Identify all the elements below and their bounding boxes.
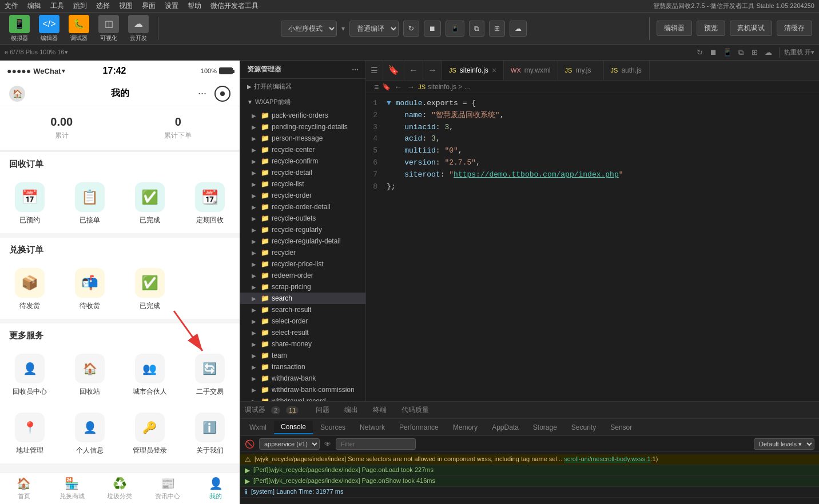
tab-siteinfo-close[interactable]: × xyxy=(492,66,496,75)
icon-secondhand[interactable]: 🔄 二手交易 xyxy=(180,346,240,405)
tree-item-rdetail[interactable]: ▶ 📁 recycle-detail xyxy=(240,167,365,178)
menu-item-view[interactable]: 视图 xyxy=(119,1,133,11)
edit-btn[interactable]: 编辑器 xyxy=(657,21,692,36)
devtools-storage-tab[interactable]: Storage xyxy=(526,421,564,434)
preview-btn[interactable]: 预览 xyxy=(697,21,725,36)
tab-mine[interactable]: 👤 我的 xyxy=(192,473,240,504)
menu-item-settings[interactable]: 设置 xyxy=(165,1,178,11)
wxapp-section[interactable]: ▼ WXAPP前端 xyxy=(240,94,365,110)
log-link-1[interactable]: scroll-uni/mescroll-body.wxss:1 xyxy=(564,455,650,462)
phone-scrollable-content[interactable]: 0.00 累计 0 累计下单 回收订单 📅 已预约 xyxy=(0,106,240,472)
log-level-select[interactable]: Default levels ▾ xyxy=(754,438,814,450)
tree-item-rorder[interactable]: ▶ 📁 recycle-order xyxy=(240,190,365,201)
breadcrumb-forward-icon[interactable]: → xyxy=(405,82,416,91)
code-editor[interactable]: 1 ▼ module.exports = { 2 name: "智慧废品回收系统… xyxy=(366,93,819,401)
device-sub-icon[interactable]: 📱 xyxy=(722,47,733,58)
tree-item-rregularly[interactable]: ▶ 📁 recycle-regularly xyxy=(240,224,365,235)
grid-sub-icon[interactable]: ⊞ xyxy=(749,47,761,58)
hotreload-label[interactable]: 热重载 开▾ xyxy=(784,48,814,57)
tree-item-withdraw-bank[interactable]: ▶ 📁 withdraw-bank xyxy=(240,373,365,384)
devtools-console-tab[interactable]: Console xyxy=(274,421,313,434)
menu-item-select[interactable]: 选择 xyxy=(96,1,110,11)
tree-item-rcenter[interactable]: ▶ 📁 recycle-center xyxy=(240,144,365,155)
tree-item-routlets[interactable]: ▶ 📁 recycle-outlets xyxy=(240,213,365,224)
devtools-network-tab[interactable]: Network xyxy=(353,421,392,434)
devtools-tab-problem[interactable]: 问题 xyxy=(309,403,336,417)
clearcache-btn[interactable]: 清缓存 xyxy=(777,21,812,36)
devtools-sources-tab[interactable]: Sources xyxy=(313,421,352,434)
icon-booked[interactable]: 📅 已预约 xyxy=(0,174,60,233)
menu-item-edit[interactable]: 编辑 xyxy=(27,1,41,11)
mode-select[interactable]: 小程序模式 xyxy=(281,21,337,37)
back-btn[interactable]: ← xyxy=(404,61,423,80)
grid-btn[interactable]: ⊞ xyxy=(489,21,505,37)
icon-pending-ship[interactable]: 📦 待发货 xyxy=(0,260,60,319)
simulator-btn[interactable]: 📱 模拟器 xyxy=(7,15,32,42)
devtools-security-tab[interactable]: Security xyxy=(564,421,603,434)
tree-item-rconfirm[interactable]: ▶ 📁 recycle-confirm xyxy=(240,155,365,167)
tab-news[interactable]: 📰 资讯中心 xyxy=(144,473,192,504)
phone-home-btn[interactable]: 🏠 xyxy=(9,86,25,102)
service-select[interactable]: appservice (#1) xyxy=(259,438,320,450)
icon-personal[interactable]: 👤 个人信息 xyxy=(60,405,120,463)
realtest-btn[interactable]: 真机调试 xyxy=(730,21,772,36)
tab-recycle-classify[interactable]: ♻️ 垃圾分类 xyxy=(96,473,144,504)
icon-completed-recycle[interactable]: ✅ 已完成 xyxy=(120,174,180,233)
devtools-memory-tab[interactable]: Memory xyxy=(446,421,484,434)
breadcrumb-back-icon[interactable]: ← xyxy=(393,82,403,91)
icon-recycler-center[interactable]: 👤 回收员中心 xyxy=(0,346,60,405)
tree-item-pending[interactable]: ▶ 📁 pending-recycling-details xyxy=(240,121,365,133)
tree-item-share-money[interactable]: ▶ 📁 share-money xyxy=(240,338,365,350)
tree-item-rregularly-detail[interactable]: ▶ 📁 recycle-regularly-detail xyxy=(240,235,365,247)
tab-mywxml[interactable]: WX my.wxml xyxy=(504,61,558,80)
icon-periodic[interactable]: 📆 定期回收 xyxy=(180,174,240,233)
icon-admin-login[interactable]: 🔑 管理员登录 xyxy=(120,405,180,463)
menu-item-file[interactable]: 文件 xyxy=(5,1,18,11)
editor-btn[interactable]: </> 编辑器 xyxy=(37,15,62,42)
icon-pending-recv[interactable]: 📬 待收货 xyxy=(60,260,120,319)
menu-item-tools[interactable]: 工具 xyxy=(50,1,64,11)
compile-select[interactable]: 普通编译 xyxy=(349,21,399,37)
tab-siteinfo[interactable]: JS siteinfo.js × xyxy=(442,61,504,80)
devtools-sensor-tab[interactable]: Sensor xyxy=(603,421,639,434)
tabs-menu-btn[interactable]: ☰ xyxy=(366,61,383,80)
devtools-tab-terminal[interactable]: 终端 xyxy=(366,403,393,417)
forward-btn[interactable]: → xyxy=(423,61,442,80)
split-btn[interactable]: ⧉ xyxy=(469,21,484,37)
icon-city-partner[interactable]: 👥 城市合伙人 xyxy=(120,346,180,405)
devtools-appdata-tab[interactable]: AppData xyxy=(485,421,526,434)
tree-item-withdraw-commission[interactable]: ▶ 📁 withdraw-bank-commission xyxy=(240,384,365,395)
split-sub-icon[interactable]: ⧉ xyxy=(735,47,747,58)
log-level-dropdown[interactable]: Default levels ▾ xyxy=(754,438,814,450)
tree-item-select-order[interactable]: ▶ 📁 select-order xyxy=(240,315,365,327)
stop-btn[interactable]: ⏹ xyxy=(424,21,441,37)
console-filter-input[interactable] xyxy=(336,438,416,450)
reload-sub-icon[interactable]: ↻ xyxy=(694,47,706,58)
debugger-btn[interactable]: 🐛 调试器 xyxy=(66,15,92,42)
devtools-tab-quality[interactable]: 代码质量 xyxy=(395,403,436,417)
stop-sub-icon[interactable]: ⏹ xyxy=(708,47,719,58)
tree-item-search-result[interactable]: ▶ 📁 search-result xyxy=(240,304,365,315)
phone-btn[interactable]: 📱 xyxy=(446,21,464,37)
tab-myjs[interactable]: JS my.js xyxy=(558,61,604,80)
menu-item-interface[interactable]: 界面 xyxy=(142,1,156,11)
tree-item-redeem[interactable]: ▶ 📁 redeem-order xyxy=(240,270,365,281)
tab-authjs[interactable]: JS auth.js xyxy=(604,61,650,80)
devtools-performance-tab[interactable]: Performance xyxy=(392,421,446,434)
tree-item-scrap[interactable]: ▶ 📁 scrap-pricing xyxy=(240,281,365,293)
icon-address[interactable]: 📍 地址管理 xyxy=(0,405,60,463)
open-editors-section[interactable]: ▶ 打开的编辑器 xyxy=(240,79,365,94)
tree-item-team[interactable]: ▶ 📁 team xyxy=(240,350,365,361)
menu-item-goto[interactable]: 跳到 xyxy=(73,1,87,11)
tree-item-recycler-price[interactable]: ▶ 📁 recycler-price-list xyxy=(240,258,365,270)
tree-item-transaction[interactable]: ▶ 📁 transaction xyxy=(240,361,365,373)
tree-item-rlist[interactable]: ▶ 📁 recycle-list xyxy=(240,178,365,190)
visualize-btn[interactable]: ◫ 可视化 xyxy=(96,15,121,42)
tree-item-withdrawal[interactable]: ▶ 📁 withdrawal-record xyxy=(240,395,365,401)
cloud-btn[interactable]: ☁ 云开发 xyxy=(126,15,151,42)
menu-item-wechat[interactable]: 微信开发者工具 xyxy=(210,1,259,11)
menu-item-help[interactable]: 帮助 xyxy=(188,1,201,11)
devtools-tab-output[interactable]: 编出 xyxy=(337,403,365,417)
tree-item-pack[interactable]: ▶ 📁 pack-verific-orders xyxy=(240,110,365,121)
tree-item-search[interactable]: ▶ 📁 search xyxy=(240,293,365,304)
